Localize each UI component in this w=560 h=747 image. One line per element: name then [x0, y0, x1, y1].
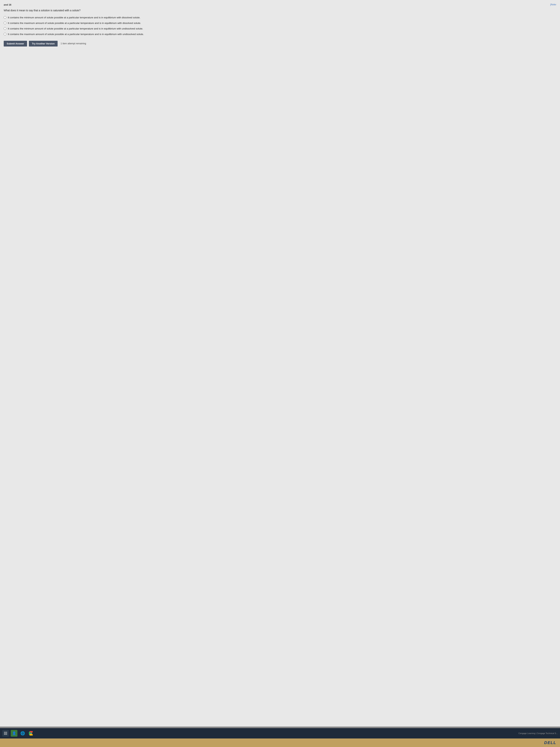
options-list: It contains the minimum amount of solute…: [4, 16, 556, 36]
user-shape-icon: 👤: [12, 731, 16, 735]
reference-link[interactable]: [Refer: [550, 3, 556, 6]
option-4-label: It contains the maximum amount of solute…: [8, 32, 556, 36]
option-2-label: It contains the maximum amount of solute…: [8, 21, 556, 25]
separator-bar: [0, 727, 560, 728]
network-taskbar-icon[interactable]: 🌐: [19, 730, 26, 737]
taskbar-left: 👤 🌐: [2, 730, 34, 737]
user-taskbar-icon[interactable]: 👤: [11, 730, 18, 737]
option-4: It contains the maximum amount of solute…: [4, 32, 556, 36]
try-another-version-button[interactable]: Try Another Version: [29, 41, 58, 47]
chrome-svg-icon: [29, 731, 33, 736]
question-text: What does it mean to say that a solution…: [4, 9, 556, 12]
option-4-radio[interactable]: [4, 33, 6, 35]
option-1-label: It contains the minimum amount of solute…: [8, 16, 556, 20]
action-buttons-row: Submit Answer Try Another Version 1 item…: [4, 41, 556, 47]
option-3-radio[interactable]: [4, 27, 6, 30]
dell-logo: DELL: [544, 740, 556, 745]
dell-bar: DELL: [0, 739, 560, 747]
option-1: It contains the minimum amount of solute…: [4, 16, 556, 20]
network-shape-icon: 🌐: [20, 731, 25, 736]
option-1-radio[interactable]: [4, 16, 6, 19]
chrome-taskbar-icon[interactable]: [28, 730, 34, 737]
option-3: It contains the minimum amount of solute…: [4, 27, 556, 31]
submit-answer-button[interactable]: Submit Answer: [4, 41, 27, 47]
option-2: It contains the maximum amount of solute…: [4, 21, 556, 25]
question-number: and 16: [4, 3, 11, 6]
attempt-remaining-text: 1 item attempt remaining: [60, 42, 86, 45]
grid-dots-icon: [4, 732, 7, 735]
taskbar: 👤 🌐 Cengage Learning | Cengage Technical…: [0, 728, 560, 739]
taskbar-right: Cengage Learning | Cengage Technical S..…: [518, 732, 558, 735]
start-menu-button[interactable]: [2, 730, 9, 737]
option-3-label: It contains the minimum amount of solute…: [8, 27, 556, 31]
cengage-footer-text: Cengage Learning | Cengage Technical S..…: [518, 732, 558, 735]
option-2-radio[interactable]: [4, 22, 6, 24]
